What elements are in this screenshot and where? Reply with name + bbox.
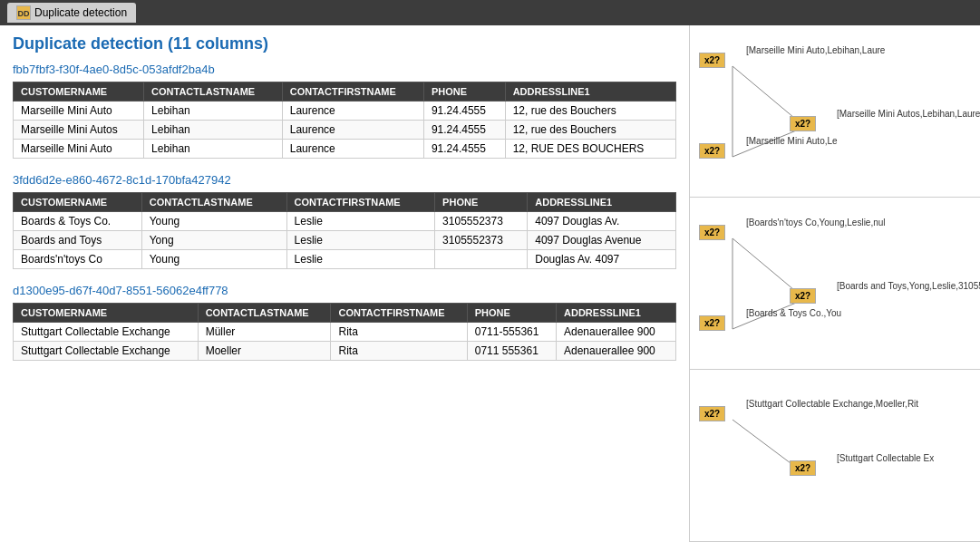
graph-node-1a: x2?	[699, 53, 725, 68]
graph-label-2c: [Boards and Toys,Yong,Leslie,3105552373,…	[837, 281, 980, 291]
graph-label-1a: [Marseille Mini Auto,Lebihan,Laure	[746, 45, 885, 55]
table-cell: Boards & Toys Co.	[14, 212, 142, 231]
group-id-3[interactable]: d1300e95-d67f-40d7-8551-56062e4ff778	[13, 284, 676, 297]
table-row: Boards and ToysYongLeslie31055523734097 …	[14, 231, 676, 250]
table-cell: 12, RUE DES BOUCHERS	[505, 140, 675, 159]
main-area: Duplicate detection (11 columns) fbb7fbf…	[0, 25, 980, 542]
graph-svg-3	[690, 370, 980, 541]
table-cell: 4097 Douglas Av.	[528, 212, 676, 231]
table-cell: Young	[141, 212, 286, 231]
graph-node-1c: x2?	[790, 116, 816, 131]
graph-node-1b: x2?	[699, 143, 725, 159]
table-row: Marseille Mini AutosLebihanLaurence91.24…	[14, 121, 676, 140]
group-2: 3fdd6d2e-e860-4672-8c1d-170bfa427942 CUS…	[13, 173, 676, 269]
table-cell: 91.24.4555	[423, 140, 505, 159]
table-cell: Boards and Toys	[14, 231, 142, 250]
group-id-1[interactable]: fbb7fbf3-f30f-4ae0-8d5c-053afdf2ba4b	[13, 63, 676, 76]
tab-icon: DD	[16, 5, 31, 20]
table-cell: Müller	[198, 323, 331, 342]
table-cell: 12, rue des Bouchers	[505, 121, 675, 140]
table-cell: Stuttgart Collectable Exchange	[14, 342, 199, 361]
col-phone-3: PHONE	[467, 304, 556, 323]
graph-node-2b: x2?	[699, 315, 725, 331]
table-cell: Leslie	[286, 212, 435, 231]
table-cell: Marseille Mini Auto	[14, 102, 144, 121]
table-row: Boards & Toys Co.YoungLeslie310555237340…	[14, 212, 676, 231]
table-cell: Adenauerallee 900	[557, 342, 676, 361]
graph-node-2c: x2?	[790, 288, 816, 304]
col-contactlastname-1: CONTACTLASTNAME	[144, 82, 283, 102]
col-addressline1-1: ADDRESSLINE1	[505, 82, 675, 102]
graph-section-2: x2? [Boards'n'toys Co,Young,Leslie,nul x…	[690, 198, 980, 370]
table-cell: 3105552373	[435, 212, 528, 231]
graph-label-3a: [Stuttgart Collectable Exchange,Moeller,…	[746, 399, 918, 409]
table-cell	[435, 250, 528, 269]
table-row: Marseille Mini AutoLebihanLaurence91.24.…	[14, 140, 676, 159]
table-row: Stuttgart Collectable ExchangeMoellerRit…	[14, 342, 676, 361]
page-title: Duplicate detection (11 columns)	[13, 34, 676, 53]
group-3: d1300e95-d67f-40d7-8551-56062e4ff778 CUS…	[13, 284, 676, 361]
graph-label-1b: [Marseille Mini Auto,Le	[746, 136, 838, 146]
table-cell: Laurence	[282, 121, 423, 140]
right-panel: x2? [Marseille Mini Auto,Lebihan,Laure x…	[689, 25, 980, 542]
graph-label-1c: [Marseille Mini Autos,Lebihan,Laurence,9…	[837, 109, 980, 119]
table-cell: Rita	[331, 323, 467, 342]
table-cell: Yong	[141, 231, 286, 250]
graph-label-2b: [Boards & Toys Co.,You	[746, 308, 841, 318]
window-tab[interactable]: DDDuplicate detection	[7, 3, 136, 23]
graph-node-3b: x2?	[790, 460, 816, 476]
table-cell: 91.24.4555	[423, 121, 505, 140]
graph-section-3: x2? [Stuttgart Collectable Exchange,Moel…	[690, 370, 980, 542]
table-cell: 0711-555361	[467, 323, 556, 342]
table-row: Boards'n'toys CoYoungLeslieDouglas Av. 4…	[14, 250, 676, 269]
graph-node-3a: x2?	[699, 406, 725, 421]
table-cell: Douglas Av. 4097	[528, 250, 676, 269]
table-cell: 12, rue des Bouchers	[505, 102, 675, 121]
titlebar: DDDuplicate detection	[0, 0, 980, 25]
tab-label: Duplicate detection	[34, 6, 127, 19]
col-phone-2: PHONE	[435, 193, 528, 212]
table-cell: Laurence	[282, 102, 423, 121]
col-phone-1: PHONE	[423, 82, 505, 102]
table-cell: Lebihan	[144, 121, 283, 140]
table-row: Marseille Mini AutoLebihanLaurence91.24.…	[14, 102, 676, 121]
table-cell: Marseille Mini Auto	[14, 140, 144, 159]
group-1: fbb7fbf3-f30f-4ae0-8d5c-053afdf2ba4b CUS…	[13, 63, 676, 159]
col-contactlastname-3: CONTACTLASTNAME	[198, 304, 331, 323]
group-id-2[interactable]: 3fdd6d2e-e860-4672-8c1d-170bfa427942	[13, 173, 676, 187]
col-addressline1-2: ADDRESSLINE1	[528, 193, 676, 212]
table-cell: 91.24.4555	[423, 102, 505, 121]
col-contactlastname-2: CONTACTLASTNAME	[141, 193, 286, 212]
graph-node-2a: x2?	[699, 225, 725, 240]
table-cell: Marseille Mini Autos	[14, 121, 144, 140]
table-cell: Young	[141, 250, 286, 269]
dup-table-1: CUSTOMERNAME CONTACTLASTNAME CONTACTFIRS…	[13, 82, 676, 159]
table-cell: Rita	[331, 342, 467, 361]
table-cell: Laurence	[282, 140, 423, 159]
graph-label-2a: [Boards'n'toys Co,Young,Leslie,nul	[746, 218, 886, 227]
dup-table-3: CUSTOMERNAME CONTACTLASTNAME CONTACTFIRS…	[13, 303, 676, 361]
table-row: Stuttgart Collectable ExchangeMüllerRita…	[14, 323, 676, 342]
graph-section-1: x2? [Marseille Mini Auto,Lebihan,Laure x…	[690, 25, 980, 198]
graph-label-3b: [Stuttgart Collectable Ex	[837, 453, 934, 463]
col-customername-3: CUSTOMERNAME	[14, 304, 199, 323]
table-cell: Stuttgart Collectable Exchange	[14, 323, 199, 342]
table-cell: Boards'n'toys Co	[14, 250, 142, 269]
col-customername-2: CUSTOMERNAME	[14, 193, 142, 212]
col-contactfirstname-3: CONTACTFIRSTNAME	[331, 304, 467, 323]
col-contactfirstname-2: CONTACTFIRSTNAME	[286, 193, 435, 212]
table-cell: Leslie	[286, 250, 435, 269]
col-contactfirstname-1: CONTACTFIRSTNAME	[282, 82, 423, 102]
table-cell: Leslie	[286, 231, 435, 250]
table-cell: Adenauerallee 900	[557, 323, 676, 342]
left-panel: Duplicate detection (11 columns) fbb7fbf…	[0, 25, 689, 542]
table-cell: 3105552373	[435, 231, 528, 250]
dup-table-2: CUSTOMERNAME CONTACTLASTNAME CONTACTFIRS…	[13, 192, 676, 269]
table-cell: 0711 555361	[467, 342, 556, 361]
table-cell: Lebihan	[144, 140, 283, 159]
col-addressline1-3: ADDRESSLINE1	[557, 304, 676, 323]
table-cell: 4097 Douglas Avenue	[528, 231, 676, 250]
col-customername-1: CUSTOMERNAME	[14, 82, 144, 102]
table-cell: Moeller	[198, 342, 331, 361]
table-cell: Lebihan	[144, 102, 283, 121]
